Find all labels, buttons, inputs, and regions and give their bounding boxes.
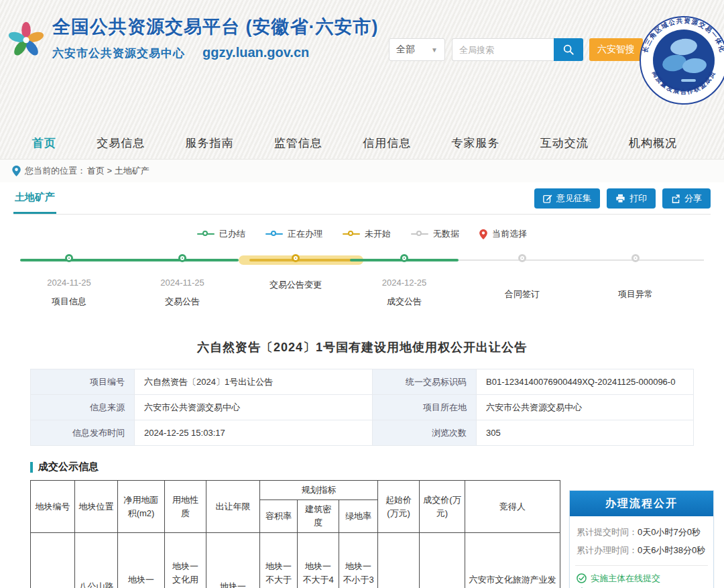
cell-location: 八公山路以西、龙河路以北: [75, 533, 118, 588]
nav-item-interaction[interactable]: 互动交流: [540, 135, 589, 151]
cell-start-price: 75931: [378, 533, 420, 588]
timeline-node-notice-change[interactable]: [292, 254, 300, 262]
col-header: 容积率: [260, 500, 298, 533]
center-name: 六安市公共资源交易中心: [52, 46, 185, 61]
table-row: 项目编号 六自然资告〔2024〕1号出让公告 统一交易标识码 B01-12341…: [31, 369, 694, 395]
step-label: 项目信息: [29, 294, 109, 309]
info-label: 信息来源: [31, 395, 135, 420]
step-date: 2024-11-25: [142, 278, 223, 288]
cell-area: 地块一147219地块二95571: [118, 533, 165, 588]
info-value: 六安市公共资源交易中心: [135, 395, 373, 420]
info-label: 浏览次数: [373, 420, 477, 446]
nav-item-experts[interactable]: 专家服务: [451, 135, 499, 151]
step-label: 成交公告: [364, 294, 444, 309]
step-date: 2024-12-25: [364, 278, 444, 288]
col-header: 地块编号: [31, 481, 75, 533]
nav-item-supervision[interactable]: 监管信息: [274, 135, 322, 151]
col-header-group: 规划指标: [260, 481, 378, 500]
print-button[interactable]: 打印: [607, 188, 656, 209]
nav-item-trade-info[interactable]: 交易信息: [97, 135, 145, 151]
step-label: 交易公告变更: [269, 278, 322, 292]
content: 土地矿产 意见征集 打印: [0, 182, 724, 588]
timeline-node-project-info[interactable]: [65, 254, 73, 262]
stat-label: 累计提交时间：: [577, 527, 638, 537]
section-accent-bar: [30, 462, 33, 473]
edit-icon: [543, 194, 552, 203]
info-label: 项目编号: [31, 369, 135, 395]
site-title: 全国公共资源交易平台 (安徽省·六安市): [52, 15, 378, 39]
info-value: 2024-12-25 15:03:17: [135, 420, 373, 446]
stat-submit-time: 累计提交时间：0天0小时7分0秒: [577, 523, 707, 541]
legend-in-progress-label: 正在办理: [288, 228, 322, 240]
col-header: 竞得人: [465, 481, 560, 533]
search-button[interactable]: [554, 38, 583, 61]
stat-value: 0天0小时7分0秒: [638, 527, 701, 537]
col-header: 出让年限: [206, 481, 260, 533]
process-panel: 办理流程公开 累计提交时间：0天0小时7分0秒 累计办理时间：0天6小时38分0…: [569, 490, 714, 588]
legend-no-data-label: 无数据: [433, 228, 459, 240]
page: 全国公共资源交易平台 (安徽省·六安市) 六安市公共资源交易中心 ggzy.lu…: [0, 0, 724, 588]
smart-search-button[interactable]: 六安智搜: [589, 38, 643, 61]
stat-process-time: 累计办理时间：0天6小时38分0秒: [577, 541, 707, 559]
search-category-select[interactable]: 全部 ▼: [389, 38, 445, 61]
print-label: 打印: [629, 192, 647, 204]
project-info-table: 项目编号 六自然资告〔2024〕1号出让公告 统一交易标识码 B01-12341…: [30, 369, 694, 446]
step-date: 2024-11-25: [29, 278, 109, 288]
nav-item-about[interactable]: 机构概况: [629, 135, 677, 151]
col-header: 用地性质: [165, 481, 206, 533]
nav-item-service-guide[interactable]: 服务指南: [186, 135, 234, 151]
deal-section: 成交公示信息 地块编号 地块位置 净用地面积(m2) 用地性质 出让年限 规划指…: [13, 461, 711, 588]
table-row: 六出2024-2号 八公山路以西、龙河路以北 地块一147219地块二95571…: [31, 533, 560, 588]
legend-completed-label: 已办结: [219, 228, 245, 240]
alliance-badge: 长三角区域公共资源交易一体化 高质量发展合作联盟成员: [638, 15, 724, 106]
info-label: 项目所在地: [373, 395, 477, 420]
section-title: 成交公示信息: [38, 461, 99, 473]
step-label: 合同签订: [482, 287, 562, 302]
info-value: 六自然资告〔2024〕1号出让公告: [135, 369, 373, 395]
legend-not-started-label: 未开始: [365, 228, 391, 240]
location-pin-icon: [12, 166, 21, 176]
col-header: 地块位置: [75, 481, 118, 533]
red-pin-icon: [479, 229, 487, 239]
table-row: 信息发布时间 2024-12-25 15:03:17 浏览次数 305: [31, 420, 694, 446]
process-timeline: 2024-11-25 项目信息 2024-11-25 交易公告 交易公告变更 2…: [13, 249, 711, 322]
nav-item-credit[interactable]: 信用信息: [363, 135, 411, 151]
table-row: 信息来源 六安市公共资源交易中心 项目所在地 六安市公共资源交易中心: [31, 395, 694, 420]
legend-current-selection: 当前选择: [479, 228, 527, 240]
search-input[interactable]: [452, 38, 554, 61]
feedback-button[interactable]: 意见征集: [534, 188, 600, 209]
cell-density: 地块一不大于40% 地块二不大于22%: [298, 533, 339, 588]
col-header: 建筑密度: [298, 500, 339, 533]
col-header: 绿地率: [339, 500, 378, 533]
check-circle-icon: [577, 573, 587, 583]
cell-term: 地块一 50年 地块二70年: [206, 533, 260, 588]
step-label: 项目异常: [595, 287, 676, 302]
nav-item-home[interactable]: 首页: [32, 135, 56, 151]
share-icon: [671, 194, 680, 203]
tab-land-mineral[interactable]: 土地矿产: [13, 191, 56, 214]
info-value: 六安市公共资源交易中心: [477, 395, 694, 420]
share-button[interactable]: 分享: [662, 188, 711, 209]
divider: [575, 565, 708, 566]
timeline-node-exception[interactable]: [631, 254, 640, 262]
search-icon: [562, 44, 575, 56]
cell-green-rate: 地块一不小于30% 地块二不小于40%: [339, 533, 378, 588]
breadcrumb-path[interactable]: 首页 > 土地矿产: [87, 165, 149, 177]
printer-icon: [615, 194, 625, 203]
legend-not-started: 未开始: [343, 228, 391, 240]
process-step: 实施主体在线提交: [577, 573, 707, 585]
timeline-node-contract[interactable]: [518, 254, 526, 262]
step-label: 交易公告: [142, 294, 223, 309]
legend-no-data: 无数据: [411, 228, 459, 240]
stat-label: 累计办理时间：: [577, 545, 638, 555]
deal-table: 地块编号 地块位置 净用地面积(m2) 用地性质 出让年限 规划指标 起始价(万…: [30, 480, 560, 588]
timeline-node-deal-notice[interactable]: [400, 254, 408, 262]
breadcrumb-prefix: 您当前的位置：: [25, 165, 86, 177]
cell-far: 地块一 不大于 1.2 地块二 不大于 1.4: [260, 533, 298, 588]
legend-completed: 已办结: [197, 228, 245, 240]
timeline-node-trade-notice[interactable]: [178, 254, 186, 262]
tab-row: 土地矿产 意见征集 打印: [13, 182, 711, 215]
site-logo-icon: [7, 17, 46, 60]
search-category-value: 全部: [396, 44, 415, 56]
process-step-label: 实施主体在线提交: [591, 573, 660, 585]
